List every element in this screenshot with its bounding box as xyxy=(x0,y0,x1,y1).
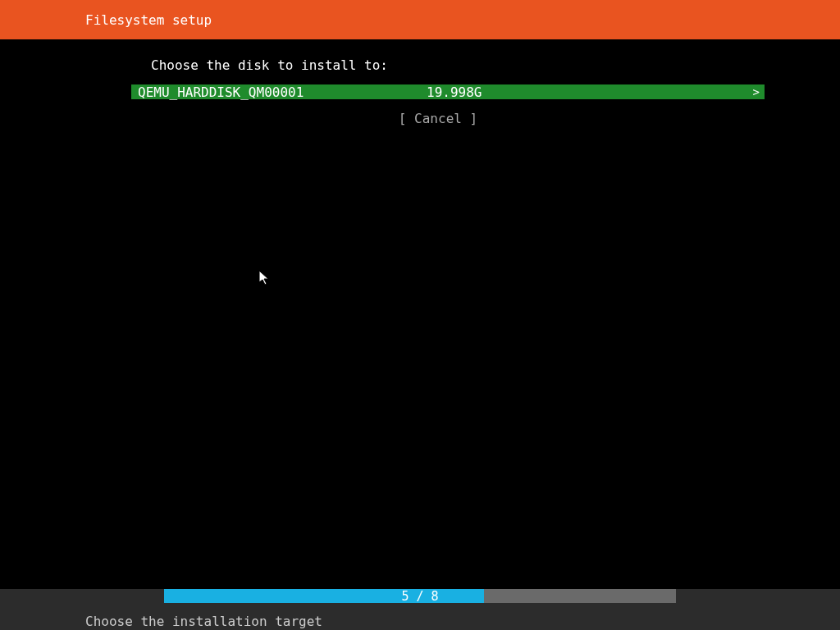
progress-text: 5 / 8 xyxy=(164,589,676,603)
disk-name: QEMU_HARDDISK_QM00001 xyxy=(138,84,304,100)
chevron-right-icon: > xyxy=(753,85,760,98)
progress-spacer xyxy=(0,589,164,603)
disk-option[interactable]: QEMU_HARDDISK_QM00001 19.998G > xyxy=(131,84,765,99)
progress-row: 5 / 8 xyxy=(0,589,840,603)
cancel-button[interactable]: [ Cancel ] xyxy=(131,111,745,126)
status-bar: Choose the installation target xyxy=(0,603,840,630)
cancel-label: [ Cancel ] xyxy=(399,111,477,126)
progress-spacer xyxy=(676,589,840,603)
prompt-text: Choose the disk to install to: xyxy=(151,57,766,73)
page-title: Filesystem setup xyxy=(85,12,212,28)
disk-size: 19.998G xyxy=(427,84,482,100)
footer: 5 / 8 Choose the installation target xyxy=(0,589,840,630)
main-content: Choose the disk to install to: QEMU_HARD… xyxy=(0,39,840,126)
status-text: Choose the installation target xyxy=(85,614,322,629)
mouse-cursor-icon xyxy=(259,271,272,287)
header-bar: Filesystem setup xyxy=(0,0,840,39)
progress-bar: 5 / 8 xyxy=(164,589,676,603)
